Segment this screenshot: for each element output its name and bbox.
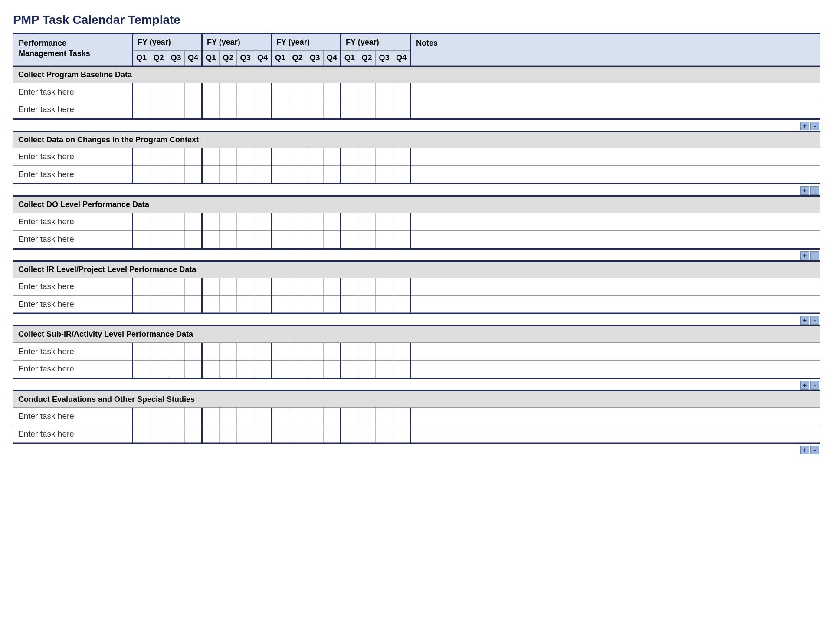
quarter-cell[interactable] [167,425,184,443]
quarter-cell[interactable] [184,360,202,378]
quarter-cell[interactable] [167,278,184,296]
quarter-cell[interactable] [219,213,236,230]
quarter-cell[interactable] [236,213,254,230]
quarter-cell[interactable] [306,408,323,425]
quarter-cell[interactable] [358,148,375,166]
quarter-cell[interactable] [271,230,289,248]
quarter-cell[interactable] [323,230,341,248]
quarter-cell[interactable] [132,101,150,118]
quarter-cell[interactable] [306,360,323,378]
quarter-cell[interactable] [254,230,271,248]
quarter-cell[interactable] [306,148,323,166]
quarter-cell[interactable] [150,408,167,425]
quarter-cell[interactable] [289,83,306,101]
add-row-button[interactable]: + [800,251,809,260]
quarter-cell[interactable] [167,101,184,118]
quarter-cell[interactable] [393,230,410,248]
task-name-cell[interactable]: Enter task here [13,343,132,360]
notes-cell[interactable] [410,360,820,378]
quarter-cell[interactable] [375,360,393,378]
quarter-cell[interactable] [150,166,167,183]
notes-cell[interactable] [410,343,820,360]
quarter-cell[interactable] [236,408,254,425]
quarter-cell[interactable] [219,425,236,443]
quarter-cell[interactable] [254,166,271,183]
quarter-cell[interactable] [271,425,289,443]
quarter-cell[interactable] [167,83,184,101]
quarter-cell[interactable] [236,296,254,313]
quarter-cell[interactable] [358,360,375,378]
quarter-cell[interactable] [375,296,393,313]
quarter-cell[interactable] [167,296,184,313]
quarter-cell[interactable] [254,425,271,443]
task-name-cell[interactable]: Enter task here [13,296,132,313]
quarter-cell[interactable] [132,83,150,101]
quarter-cell[interactable] [341,166,358,183]
quarter-cell[interactable] [393,425,410,443]
task-name-cell[interactable]: Enter task here [13,101,132,118]
quarter-cell[interactable] [289,148,306,166]
quarter-cell[interactable] [341,343,358,360]
notes-cell[interactable] [410,83,820,101]
quarter-cell[interactable] [184,408,202,425]
quarter-cell[interactable] [132,213,150,230]
quarter-cell[interactable] [375,278,393,296]
quarter-cell[interactable] [289,343,306,360]
quarter-cell[interactable] [150,213,167,230]
task-name-cell[interactable]: Enter task here [13,408,132,425]
quarter-cell[interactable] [150,296,167,313]
quarter-cell[interactable] [341,213,358,230]
quarter-cell[interactable] [236,166,254,183]
quarter-cell[interactable] [393,148,410,166]
quarter-cell[interactable] [167,166,184,183]
quarter-cell[interactable] [271,408,289,425]
quarter-cell[interactable] [132,148,150,166]
quarter-cell[interactable] [167,343,184,360]
quarter-cell[interactable] [184,101,202,118]
quarter-cell[interactable] [254,296,271,313]
quarter-cell[interactable] [254,408,271,425]
quarter-cell[interactable] [289,230,306,248]
quarter-cell[interactable] [271,278,289,296]
quarter-cell[interactable] [358,278,375,296]
quarter-cell[interactable] [184,213,202,230]
quarter-cell[interactable] [219,278,236,296]
quarter-cell[interactable] [184,296,202,313]
quarter-cell[interactable] [393,296,410,313]
quarter-cell[interactable] [219,101,236,118]
quarter-cell[interactable] [132,408,150,425]
notes-cell[interactable] [410,101,820,118]
quarter-cell[interactable] [219,166,236,183]
quarter-cell[interactable] [167,148,184,166]
quarter-cell[interactable] [202,148,219,166]
quarter-cell[interactable] [306,343,323,360]
quarter-cell[interactable] [236,148,254,166]
quarter-cell[interactable] [375,213,393,230]
quarter-cell[interactable] [150,101,167,118]
quarter-cell[interactable] [132,296,150,313]
quarter-cell[interactable] [167,213,184,230]
quarter-cell[interactable] [358,296,375,313]
quarter-cell[interactable] [254,83,271,101]
quarter-cell[interactable] [358,425,375,443]
quarter-cell[interactable] [341,360,358,378]
quarter-cell[interactable] [306,166,323,183]
notes-cell[interactable] [410,408,820,425]
quarter-cell[interactable] [393,408,410,425]
quarter-cell[interactable] [167,230,184,248]
quarter-cell[interactable] [132,166,150,183]
quarter-cell[interactable] [341,278,358,296]
quarter-cell[interactable] [132,425,150,443]
quarter-cell[interactable] [254,148,271,166]
notes-cell[interactable] [410,425,820,443]
quarter-cell[interactable] [219,230,236,248]
quarter-cell[interactable] [236,360,254,378]
quarter-cell[interactable] [219,296,236,313]
quarter-cell[interactable] [289,296,306,313]
quarter-cell[interactable] [393,213,410,230]
quarter-cell[interactable] [341,296,358,313]
quarter-cell[interactable] [289,166,306,183]
remove-row-button[interactable]: - [810,316,819,325]
quarter-cell[interactable] [323,278,341,296]
quarter-cell[interactable] [289,278,306,296]
